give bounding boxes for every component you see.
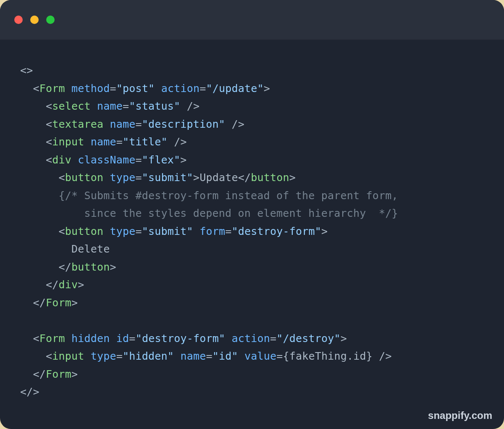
code-window: <> <Form method="post" action="/update">…: [0, 0, 504, 429]
tag-form-destroy: Form: [39, 332, 65, 345]
close-icon[interactable]: [14, 16, 23, 24]
tag-button-update: button: [65, 171, 104, 184]
tag-select: select: [52, 100, 91, 112]
tag-button-delete: button: [65, 225, 104, 237]
tag-textarea: textarea: [52, 118, 103, 130]
tag-input-title: input: [52, 136, 84, 148]
code-block: <> <Form method="post" action="/update">…: [0, 40, 504, 429]
fragment-close: </>: [20, 386, 39, 398]
maximize-icon[interactable]: [46, 16, 55, 24]
tag-div-flex: div: [52, 154, 71, 166]
watermark: snappify.com: [428, 410, 492, 421]
window-titlebar: [0, 0, 504, 40]
tag-form-close: Form: [46, 297, 71, 309]
fragment-open: <>: [20, 64, 33, 76]
comment: {/* Submits #destroy-form instead of the…: [59, 189, 398, 202]
tag-input-hidden: input: [52, 350, 84, 362]
minimize-icon[interactable]: [30, 16, 39, 24]
tag-form-open: Form: [39, 82, 65, 95]
